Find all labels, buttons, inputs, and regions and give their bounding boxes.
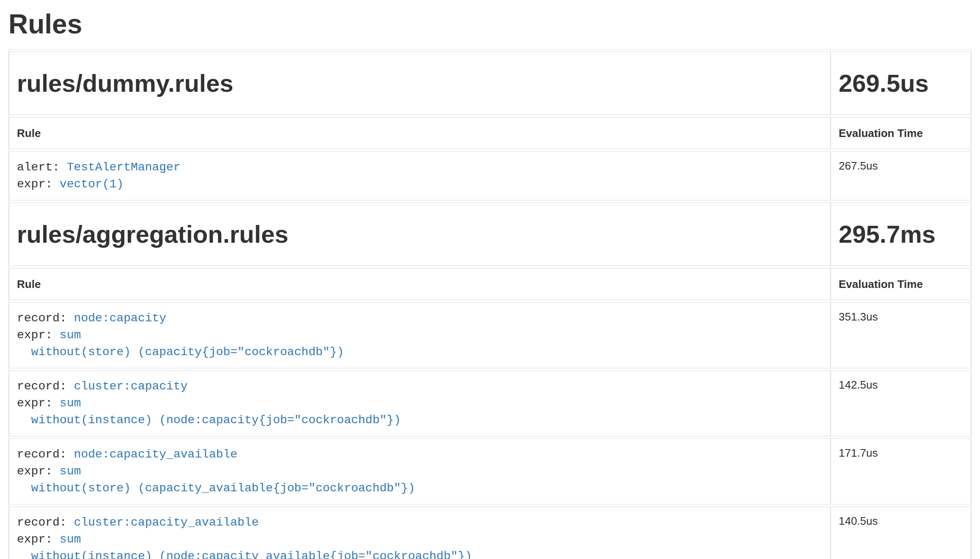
rule-keyword: record:: [17, 380, 74, 393]
rule-group-name-cell: rules/dummy.rules: [9, 52, 831, 115]
rule-row: record: node:capacity expr: sum without(…: [9, 302, 971, 368]
rule-definition-cell: record: cluster:capacity_available expr:…: [9, 507, 831, 559]
rule-eval-time: 142.5us: [831, 370, 971, 436]
expression-link[interactable]: sum without(instance) (node:capacity{job…: [17, 397, 401, 427]
rule-row: record: node:capacity_available expr: su…: [9, 438, 971, 504]
rule-row: record: cluster:capacity_available expr:…: [9, 507, 971, 559]
rule-group-header-row: rules/dummy.rules 269.5us: [9, 52, 971, 115]
rule-group-eval-time-cell: 295.7ms: [831, 203, 971, 266]
alert-name-link[interactable]: TestAlertManager: [67, 161, 181, 174]
expression-link[interactable]: sum without(instance) (node:capacity_ava…: [17, 533, 472, 559]
rule-eval-time: 351.3us: [831, 302, 971, 368]
rule-group-header-row: rules/aggregation.rules 295.7ms: [9, 203, 971, 266]
eval-time-column-header: Evaluation Time: [831, 268, 971, 300]
rule-row: record: cluster:capacity expr: sum witho…: [9, 370, 971, 436]
rule-definition-cell: record: cluster:capacity expr: sum witho…: [9, 370, 831, 436]
rule-keyword: alert:: [17, 161, 67, 174]
record-name-link[interactable]: node:capacity: [74, 312, 166, 325]
rule-definition: record: node:capacity_available expr: su…: [17, 446, 823, 497]
rule-definition-cell: record: node:capacity_available expr: su…: [9, 438, 831, 504]
rule-keyword: expr:: [17, 397, 60, 410]
rules-table: rules/dummy.rules 269.5us Rule Evaluatio…: [8, 49, 972, 559]
rules-page: Rules rules/dummy.rules 269.5us Rule Eva…: [0, 9, 980, 559]
rule-eval-time: 140.5us: [831, 507, 971, 559]
rule-definition: record: node:capacity expr: sum without(…: [17, 310, 823, 361]
rule-group-name-cell: rules/aggregation.rules: [9, 203, 831, 266]
rule-row: alert: TestAlertManager expr: vector(1) …: [9, 151, 971, 200]
rule-group-name: rules/dummy.rules: [17, 70, 823, 97]
rule-keyword: expr:: [17, 533, 60, 546]
rule-eval-time: 267.5us: [831, 151, 971, 200]
rule-keyword: expr:: [17, 465, 60, 478]
rule-definition: alert: TestAlertManager expr: vector(1): [17, 159, 823, 193]
rule-definition-cell: alert: TestAlertManager expr: vector(1): [9, 151, 831, 200]
rule-group-name: rules/aggregation.rules: [17, 221, 823, 248]
rule-group-eval-time: 295.7ms: [839, 221, 963, 248]
record-name-link[interactable]: node:capacity_available: [74, 448, 237, 461]
rule-keyword: record:: [17, 516, 74, 529]
page-title: Rules: [8, 9, 972, 39]
rule-keyword: record:: [17, 448, 74, 461]
rule-column-header: Rule: [9, 268, 831, 300]
expression-link[interactable]: vector(1): [60, 178, 124, 191]
record-name-link[interactable]: cluster:capacity: [74, 380, 187, 393]
rule-column-header: Rule: [9, 117, 831, 149]
rule-definition: record: cluster:capacity_available expr:…: [17, 514, 823, 559]
rule-group-eval-time-cell: 269.5us: [831, 52, 971, 115]
expression-link[interactable]: sum without(store) (capacity{job="cockro…: [17, 329, 344, 359]
rule-definition-cell: record: node:capacity expr: sum without(…: [9, 302, 831, 368]
rule-keyword: expr:: [17, 329, 60, 342]
rule-keyword: record:: [17, 312, 74, 325]
rule-definition: record: cluster:capacity expr: sum witho…: [17, 378, 823, 429]
eval-time-column-header: Evaluation Time: [831, 117, 971, 149]
rule-keyword: expr:: [17, 178, 60, 191]
column-header-row: Rule Evaluation Time: [9, 117, 971, 149]
column-header-row: Rule Evaluation Time: [9, 268, 971, 300]
expression-link[interactable]: sum without(store) (capacity_available{j…: [17, 465, 415, 495]
rule-eval-time: 171.7us: [831, 438, 971, 504]
rule-group-eval-time: 269.5us: [839, 70, 963, 97]
record-name-link[interactable]: cluster:capacity_available: [74, 516, 259, 529]
